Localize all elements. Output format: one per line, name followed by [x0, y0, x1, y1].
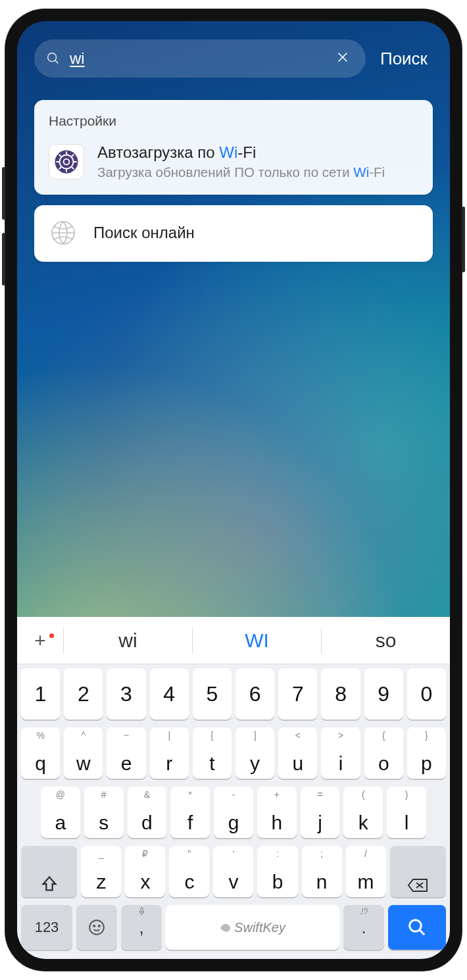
globe-icon: [49, 218, 78, 247]
period-key[interactable]: .!? .: [343, 905, 384, 950]
svg-point-0: [48, 53, 57, 62]
close-icon: [335, 50, 350, 64]
key-j[interactable]: =j: [301, 787, 340, 838]
key-t[interactable]: [t: [193, 727, 232, 779]
online-search-label: Поиск онлайн: [93, 224, 195, 242]
key-5[interactable]: 5: [193, 668, 232, 720]
space-key[interactable]: SwiftKey: [166, 905, 339, 950]
key-i[interactable]: >i: [321, 727, 360, 779]
result-subtitle: Загрузка обновлений ПО только по сети Wi…: [97, 164, 385, 180]
key-7[interactable]: 7: [278, 668, 317, 720]
search-icon: [46, 51, 61, 66]
swiftkey-icon: [220, 921, 232, 933]
key-z[interactable]: _z: [81, 846, 121, 897]
key-n[interactable]: ;n: [302, 846, 342, 897]
key-e[interactable]: ~e: [107, 727, 145, 779]
comma-key[interactable]: ,: [121, 905, 162, 950]
svg-point-11: [93, 925, 95, 927]
emoji-key[interactable]: [76, 905, 117, 950]
volume-down-button[interactable]: [2, 233, 5, 285]
key-v[interactable]: 'v: [213, 846, 253, 897]
keyboard-row-numbers: 1234567890: [17, 664, 450, 723]
svg-point-14: [410, 920, 422, 932]
key-4[interactable]: 4: [150, 668, 189, 720]
search-input[interactable]: wi: [34, 39, 366, 78]
search-icon: [407, 918, 427, 937]
keyboard-row-3: _z₽x"c'v:b;n/m: [17, 842, 450, 901]
key-m[interactable]: /m: [346, 846, 386, 897]
search-button[interactable]: Поиск: [375, 45, 433, 73]
mic-icon: [121, 907, 162, 918]
search-bar: wi Поиск: [17, 21, 450, 89]
key-p[interactable]: }p: [407, 727, 446, 779]
gear-icon: [53, 148, 80, 176]
suggestion-2[interactable]: WI: [193, 629, 321, 652]
keyboard-row-1: %q^w~e|r[t]y<u>i{o}p: [17, 723, 450, 783]
key-s[interactable]: #s: [84, 787, 124, 838]
key-6[interactable]: 6: [235, 668, 274, 720]
key-u[interactable]: <u: [278, 727, 317, 779]
key-9[interactable]: 9: [364, 668, 403, 720]
key-k[interactable]: (k: [343, 787, 383, 838]
key-o[interactable]: {o: [364, 727, 403, 779]
keyboard-row-2: @a#s&d*f-g+h=j(k)l: [17, 783, 450, 842]
key-w[interactable]: ^w: [64, 727, 103, 779]
backspace-icon: [407, 877, 428, 893]
suggestion-3[interactable]: so: [322, 629, 450, 652]
key-b[interactable]: :b: [257, 846, 297, 897]
key-q[interactable]: %q: [21, 727, 60, 779]
clear-search-button[interactable]: [332, 46, 354, 72]
key-g[interactable]: -g: [214, 787, 253, 838]
search-query-text: wi: [70, 49, 332, 68]
emoji-icon: [88, 919, 105, 936]
key-x[interactable]: ₽x: [125, 846, 165, 897]
result-title: Автозагрузка по Wi-Fi: [97, 143, 385, 162]
key-r[interactable]: |r: [150, 727, 189, 779]
shift-icon: [40, 875, 59, 893]
key-y[interactable]: ]y: [235, 727, 274, 779]
online-search-card[interactable]: Поиск онлайн: [34, 205, 433, 262]
key-8[interactable]: 8: [321, 668, 360, 720]
symbols-key[interactable]: 123: [21, 905, 72, 950]
keyboard: + wi WI so 1234567890 %q^w~e|r[t]y<u>i{o…: [17, 617, 450, 959]
shift-key[interactable]: [21, 846, 77, 897]
key-3[interactable]: 3: [107, 668, 145, 720]
key-h[interactable]: +h: [257, 787, 297, 838]
key-l[interactable]: )l: [387, 787, 426, 838]
key-c[interactable]: "c: [169, 846, 209, 897]
svg-point-12: [99, 925, 100, 927]
keyboard-bottom-row: 123 , SwiftKey .!? .: [17, 901, 450, 959]
svg-rect-13: [140, 908, 142, 912]
key-0[interactable]: 0: [407, 668, 446, 720]
phone-frame: wi Поиск Настройки: [5, 9, 462, 971]
suggestion-plus-button[interactable]: +: [17, 629, 63, 652]
key-a[interactable]: @a: [41, 787, 80, 838]
suggestion-bar: + wi WI so: [17, 617, 450, 664]
results-area: Настройки: [17, 100, 450, 262]
power-button[interactable]: [462, 207, 465, 272]
suggestion-1[interactable]: wi: [64, 629, 192, 652]
volume-up-button[interactable]: [2, 167, 5, 220]
svg-point-10: [89, 920, 104, 935]
result-text: Автозагрузка по Wi-Fi Загрузка обновлени…: [97, 143, 385, 180]
screen: wi Поиск Настройки: [17, 21, 450, 959]
settings-app-icon: [49, 144, 84, 180]
key-1[interactable]: 1: [21, 668, 60, 720]
results-card-settings: Настройки: [34, 100, 433, 195]
key-f[interactable]: *f: [170, 787, 210, 838]
key-2[interactable]: 2: [64, 668, 103, 720]
svg-line-1: [55, 61, 59, 64]
result-item[interactable]: Автозагрузка по Wi-Fi Загрузка обновлени…: [49, 143, 418, 180]
key-d[interactable]: &d: [128, 787, 167, 838]
backspace-key[interactable]: [390, 846, 446, 897]
results-section-header: Настройки: [49, 113, 418, 129]
search-enter-key[interactable]: [388, 905, 446, 950]
svg-line-15: [420, 930, 425, 935]
